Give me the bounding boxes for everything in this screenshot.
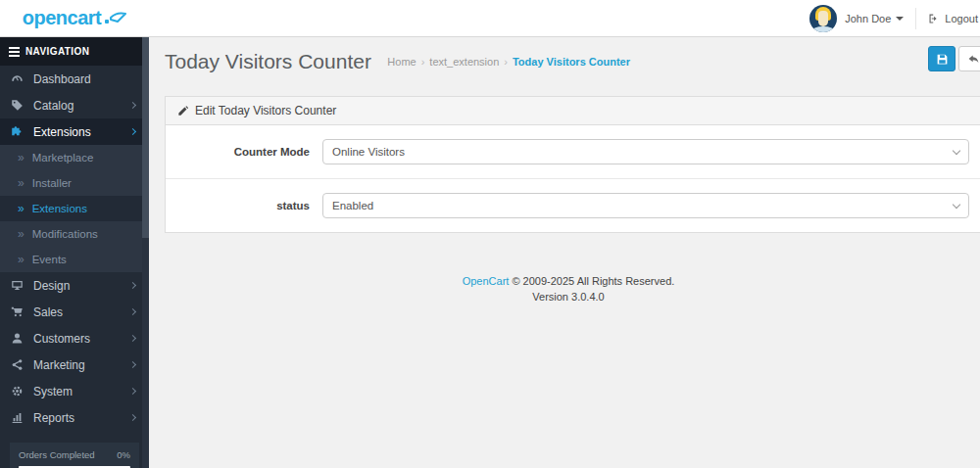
tags-icon	[10, 99, 24, 112]
floppy-save-icon	[936, 53, 949, 66]
logout-label: Logout	[945, 13, 978, 24]
sidebar-item-reports[interactable]: Reports	[0, 404, 149, 431]
sidebar-subitem-installer[interactable]: Installer	[0, 170, 149, 196]
sidebar-item-label: System	[33, 385, 73, 398]
sidebar-item-label: Dashboard	[33, 72, 91, 86]
breadcrumb-separator	[416, 56, 430, 68]
sign-out-icon	[928, 13, 940, 24]
counter-mode-select[interactable]: Online Visitors	[322, 139, 969, 164]
sidebar-item-label: Reports	[33, 411, 74, 425]
desktop-icon	[10, 279, 24, 292]
share-icon	[10, 358, 24, 371]
chevron-right-icon	[129, 414, 136, 421]
logout-button[interactable]: Logout	[916, 13, 980, 24]
back-arrow-icon	[967, 53, 980, 66]
back-button[interactable]	[958, 46, 980, 71]
sidebar-item-system[interactable]: System	[0, 378, 149, 404]
avatar[interactable]	[809, 5, 837, 32]
subitem-label: Events	[32, 254, 67, 265]
status-row: status Enabled	[166, 179, 980, 232]
sidebar-item-customers[interactable]: Customers	[0, 325, 149, 351]
sidebar-item-label: Catalog	[33, 99, 74, 113]
subitem-label: Extensions	[32, 203, 87, 214]
top-header: opencart John Doe Logout	[0, 0, 980, 37]
footer-copyright: © 2009-2025 All Rights Reserved.	[512, 275, 674, 287]
status-label: status	[180, 200, 310, 211]
counter-mode-label: Counter Mode	[180, 146, 310, 158]
action-buttons	[928, 46, 980, 71]
opencart-logo[interactable]: opencart	[0, 0, 149, 36]
orders-completed-widget: Orders Completed 0%	[10, 443, 139, 468]
breadcrumb-home[interactable]: Home	[387, 56, 416, 68]
footer: OpenCart © 2009-2025 All Rights Reserved…	[149, 274, 980, 305]
breadcrumb-text-extension[interactable]: text_extension	[429, 56, 499, 68]
footer-opencart-link[interactable]: OpenCart	[463, 275, 510, 287]
sidebar-item-label: Extensions	[33, 125, 91, 139]
sidebar-subitem-extensions[interactable]: Extensions	[0, 196, 149, 221]
sidebar-subitem-modifications[interactable]: Modifications	[0, 221, 149, 247]
scrollbar-thumb[interactable]	[142, 37, 149, 238]
cart-logo-icon	[105, 11, 126, 26]
sidebar-item-dashboard[interactable]: Dashboard	[0, 66, 149, 92]
gear-icon	[10, 385, 24, 398]
user-name[interactable]: John Doe	[845, 13, 891, 24]
shopping-cart-icon	[10, 305, 24, 318]
panel-title: Edit Today Visitors Counter	[195, 104, 336, 117]
sidebar-subitem-events[interactable]: Events	[0, 247, 149, 272]
orders-completed-value: 0%	[117, 449, 130, 460]
double-angle-icon	[18, 253, 32, 266]
chevron-right-icon	[129, 335, 136, 342]
sidebar-nav-title: NAVIGATION	[0, 37, 149, 66]
chevron-right-icon	[129, 102, 136, 109]
breadcrumb: Hometext_extensionToday Visitors Counter	[387, 56, 630, 68]
pencil-icon	[177, 106, 188, 117]
double-angle-icon	[18, 176, 32, 190]
logo-wordmark: opencart	[23, 7, 101, 29]
header-user-area: John Doe Logout	[809, 0, 980, 36]
subitem-label: Modifications	[32, 228, 98, 240]
dashboard-icon	[10, 72, 24, 85]
chevron-right-icon	[129, 128, 136, 135]
chevron-right-icon	[129, 361, 136, 368]
puzzle-icon	[10, 125, 24, 138]
subitem-label: Installer	[32, 177, 72, 189]
chevron-right-icon	[129, 388, 136, 395]
caret-down-icon[interactable]	[896, 17, 904, 21]
main-content: Today Visitors Counter Hometext_extensio…	[149, 37, 980, 468]
chevron-right-icon	[129, 308, 136, 315]
sidebar-item-label: Customers	[33, 332, 90, 346]
sidebar-item-marketing[interactable]: Marketing	[0, 351, 149, 378]
user-icon	[10, 332, 24, 345]
sidebar-item-catalog[interactable]: Catalog	[0, 92, 149, 118]
sidebar: NAVIGATION Dashboard Catalog Extensions	[0, 37, 149, 468]
breadcrumb-separator	[499, 56, 513, 68]
page-header: Today Visitors Counter Hometext_extensio…	[149, 37, 980, 88]
sidebar-subitem-marketplace[interactable]: Marketplace	[0, 145, 149, 170]
nav-title-label: NAVIGATION	[25, 46, 89, 57]
orders-completed-label: Orders Completed	[19, 449, 95, 460]
double-angle-icon	[18, 227, 32, 241]
sidebar-item-design[interactable]: Design	[0, 272, 149, 299]
page-title: Today Visitors Counter	[165, 50, 371, 72]
save-button[interactable]	[928, 46, 956, 71]
chevron-right-icon	[129, 282, 136, 289]
breadcrumb-current[interactable]: Today Visitors Counter	[513, 56, 630, 68]
subitem-label: Marketplace	[32, 152, 94, 164]
sidebar-item-sales[interactable]: Sales	[0, 299, 149, 325]
counter-mode-row: Counter Mode Online Visitors	[166, 125, 980, 179]
panel-body: Counter Mode Online Visitors status Enab…	[166, 125, 980, 232]
panel-heading: Edit Today Visitors Counter	[166, 97, 980, 125]
edit-panel: Edit Today Visitors Counter Counter Mode…	[165, 96, 980, 233]
sidebar-item-label: Sales	[33, 305, 63, 319]
sidebar-item-extensions[interactable]: Extensions	[0, 118, 149, 145]
status-select[interactable]: Enabled	[322, 193, 969, 218]
sidebar-item-label: Design	[33, 279, 70, 293]
hamburger-icon[interactable]	[9, 45, 20, 59]
footer-version: Version 3.0.4.0	[149, 290, 980, 305]
sidebar-item-label: Marketing	[33, 358, 85, 372]
double-angle-icon	[18, 151, 32, 164]
sidebar-scrollbar[interactable]	[142, 37, 149, 468]
bar-chart-icon	[10, 411, 24, 424]
double-angle-icon	[18, 202, 32, 215]
